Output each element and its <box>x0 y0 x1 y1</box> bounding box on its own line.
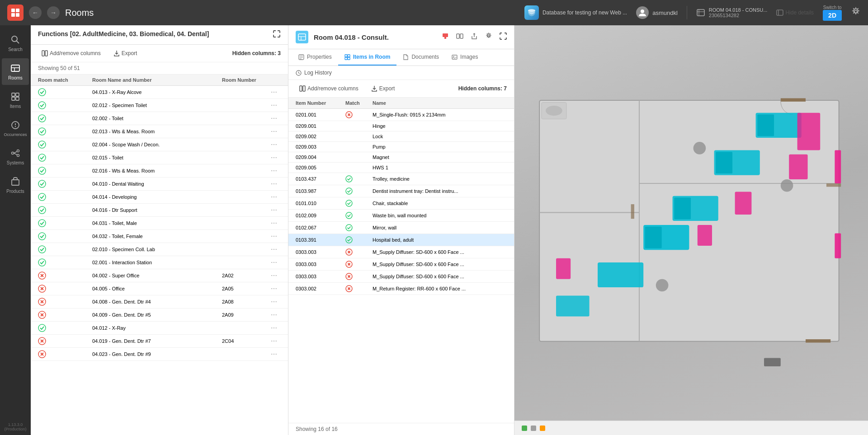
item-table-row[interactable]: 0209.003 Pump <box>288 142 514 152</box>
item-table-row[interactable]: 0209.005 HWS 1 <box>288 163 514 173</box>
item-table-row[interactable]: 0303.002 M_Return Register: RR-600 x 600… <box>288 283 514 295</box>
room-table-row[interactable]: 04.002 - Super Office 2A02 ⋯ <box>31 269 288 282</box>
room-table-row[interactable]: 04.016 - Dtr Support ⋯ <box>31 204 288 217</box>
room-table-row[interactable]: 04.010 - Dental Waiting ⋯ <box>31 178 288 191</box>
forward-button[interactable]: → <box>47 6 60 19</box>
row-menu-button[interactable]: ⋯ <box>267 167 281 174</box>
room-name: 02.013 - Wts & Meas. Room <box>92 129 222 134</box>
svg-point-36 <box>38 141 46 148</box>
svg-rect-123 <box>797 113 821 150</box>
row-menu-button[interactable]: ⋯ <box>267 128 281 135</box>
room-table-row[interactable]: 02.001 - Interaction Station ⋯ <box>31 256 288 269</box>
row-menu-button[interactable]: ⋯ <box>267 233 281 240</box>
share-button[interactable] <box>469 31 480 43</box>
sidebar-item-systems[interactable]: Systems <box>2 143 29 170</box>
room-table-row[interactable]: 02.015 - Toilet ⋯ <box>31 151 288 164</box>
row-menu-button[interactable]: ⋯ <box>267 259 281 266</box>
sidebar-label-systems: Systems <box>7 160 24 165</box>
room-table-row[interactable]: 04.013 - X-Ray Alcove ⋯ <box>31 86 288 99</box>
match-icon <box>38 206 92 214</box>
item-table-row[interactable]: 0209.002 Lock <box>288 131 514 142</box>
back-button[interactable]: ← <box>29 6 42 19</box>
room-name: 04.012 - X-Ray <box>92 325 222 331</box>
room-detail-expand[interactable] <box>500 33 507 42</box>
settings-button[interactable] <box>851 7 861 19</box>
tab-images[interactable]: Images <box>445 49 484 65</box>
row-menu-button[interactable]: ⋯ <box>267 154 281 161</box>
row-menu-button[interactable]: ⋯ <box>267 141 281 148</box>
log-history-button[interactable]: Log History <box>288 66 514 80</box>
room-table-row[interactable]: 04.005 - Office 2A05 ⋯ <box>31 282 288 295</box>
item-table-row[interactable]: 0102.009 Waste bin, wall mounted <box>288 210 514 222</box>
rooms-panel-header: Functions [02. AdultMedicine, 03. Biomed… <box>31 25 288 45</box>
row-menu-button[interactable]: ⋯ <box>267 180 281 187</box>
room-table-row[interactable]: 04.009 - Gen. Dent. Dtr #5 2A09 ⋯ <box>31 309 288 322</box>
row-menu-button[interactable]: ⋯ <box>267 89 281 96</box>
room-table-row[interactable]: 02.016 - Wts & Meas. Room ⋯ <box>31 164 288 178</box>
tab-documents[interactable]: Documents <box>396 49 445 65</box>
pin-button[interactable] <box>440 31 451 43</box>
items-add-remove-columns-button[interactable]: Add/remove columns <box>296 84 362 94</box>
row-menu-button[interactable]: ⋯ <box>267 206 281 214</box>
row-menu-button[interactable]: ⋯ <box>267 193 281 201</box>
item-table-row[interactable]: 0102.067 Mirror, wall <box>288 222 514 234</box>
legend-dot-gray <box>531 426 536 431</box>
room-table-row[interactable]: 04.014 - Developing ⋯ <box>31 191 288 204</box>
sidebar-item-products[interactable]: Products <box>2 172 29 198</box>
item-table-row[interactable]: 0103.391 Hospital bed, adult <box>288 234 514 246</box>
item-table-row[interactable]: 0303.003 M_Supply Diffuser: SD-600 x 600… <box>288 246 514 258</box>
sidebar-item-occurrences[interactable]: Occurrences <box>2 115 29 141</box>
item-table-row[interactable]: 0303.003 M_Supply Diffuser: SD-600 x 600… <box>288 258 514 271</box>
room-table-row[interactable]: 04.012 - X-Ray ⋯ <box>31 322 288 335</box>
compare-button[interactable] <box>454 31 465 43</box>
row-menu-button[interactable]: ⋯ <box>267 324 281 332</box>
items-export-button[interactable]: Export <box>368 84 399 94</box>
tab-properties[interactable]: Properties <box>292 49 338 65</box>
sidebar-item-search[interactable]: Search <box>2 30 29 56</box>
sidebar-item-items[interactable]: Items <box>2 87 29 113</box>
row-menu-button[interactable]: ⋯ <box>267 311 281 318</box>
rooms-expand-button[interactable] <box>273 30 281 40</box>
hide-details-button[interactable]: Hide details <box>776 9 814 16</box>
tab-items-in-room[interactable]: Items in Room <box>338 49 397 65</box>
room-table-row[interactable]: 04.019 - Gen. Dent. Dtr #7 2C04 ⋯ <box>31 335 288 348</box>
row-menu-button[interactable]: ⋯ <box>267 285 281 292</box>
row-menu-button[interactable]: ⋯ <box>267 115 281 122</box>
row-menu-button[interactable]: ⋯ <box>267 272 281 279</box>
room-table-row[interactable]: 02.010 - Specimen Coll. Lab ⋯ <box>31 243 288 256</box>
svg-point-23 <box>15 126 16 127</box>
item-table-row[interactable]: 0103.987 Dentist instrument tray: Dentis… <box>288 185 514 197</box>
svg-point-44 <box>38 246 46 253</box>
item-table-row[interactable]: 0201.001 M_Single-Flush: 0915 x 2134mm <box>288 109 514 121</box>
item-table-row[interactable]: 0103.437 Trolley, medicine <box>288 173 514 185</box>
export-button[interactable]: Export <box>110 48 141 58</box>
sidebar-item-rooms[interactable]: Rooms <box>2 58 29 85</box>
room-table-row[interactable]: 04.032 - Toilet, Female ⋯ <box>31 230 288 243</box>
item-table-row[interactable]: 0101.010 Chair, stackable <box>288 197 514 210</box>
room-table-row[interactable]: 04.008 - Gen. Dent. Dtr #4 2A08 ⋯ <box>31 295 288 309</box>
add-remove-columns-button[interactable]: Add/remove columns <box>38 48 104 58</box>
item-table-row[interactable]: 0303.003 M_Supply Diffuser: SD-600 x 600… <box>288 271 514 283</box>
switch-2d-button[interactable]: Switch to 2D <box>823 5 842 21</box>
item-table-row[interactable]: 0209.001 Hinge <box>288 121 514 131</box>
room-table-row[interactable]: 04.031 - Toilet, Male ⋯ <box>31 217 288 230</box>
3d-view[interactable] <box>514 25 868 421</box>
svg-rect-30 <box>42 51 44 56</box>
item-name: M_Supply Diffuser: SD-600 x 600 Face ... <box>373 249 507 255</box>
item-table-row[interactable]: 0209.004 Magnet <box>288 152 514 163</box>
match-icon <box>38 232 92 240</box>
item-number: 0209.003 <box>296 144 345 150</box>
row-menu-button[interactable]: ⋯ <box>267 220 281 227</box>
row-menu-button[interactable]: ⋯ <box>267 298 281 305</box>
settings2-button[interactable] <box>483 31 494 43</box>
row-menu-button[interactable]: ⋯ <box>267 102 281 109</box>
room-table-row[interactable]: 02.013 - Wts & Meas. Room ⋯ <box>31 125 288 138</box>
item-match <box>345 111 373 118</box>
row-menu-button[interactable]: ⋯ <box>267 351 281 358</box>
room-table-row[interactable]: 02.004 - Scope Wash / Decon. ⋯ <box>31 138 288 151</box>
room-table-row[interactable]: 02.012 - Specimen Toilet ⋯ <box>31 99 288 112</box>
row-menu-button[interactable]: ⋯ <box>267 246 281 253</box>
room-table-row[interactable]: 02.002 - Toilet ⋯ <box>31 112 288 125</box>
room-table-row[interactable]: 04.023 - Gen. Dent. Dtr #9 ⋯ <box>31 348 288 361</box>
row-menu-button[interactable]: ⋯ <box>267 337 281 345</box>
